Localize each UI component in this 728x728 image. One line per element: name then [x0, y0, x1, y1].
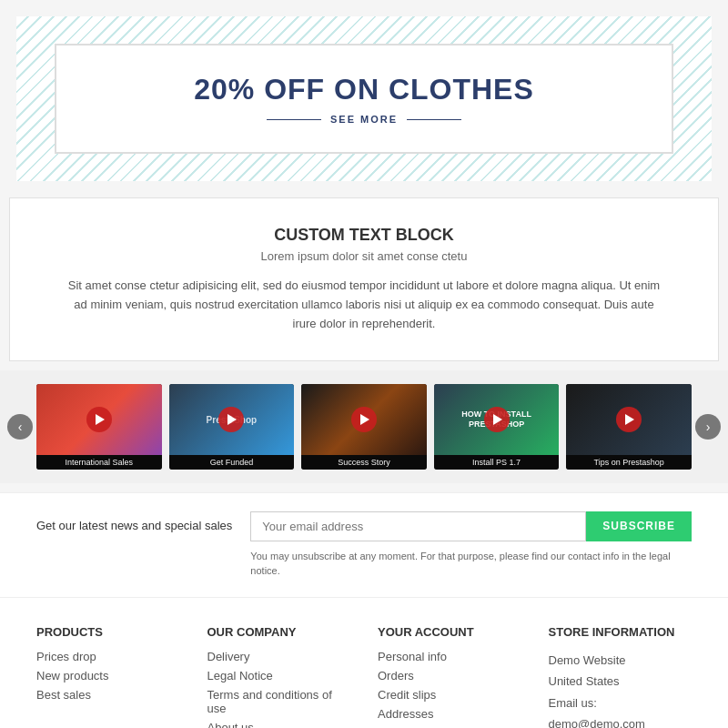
newsletter-email-input[interactable]	[250, 511, 586, 541]
video-card-1[interactable]: International Sales	[36, 384, 162, 469]
footer-link-new-products[interactable]: New products	[36, 669, 108, 682]
footer-link-best-sales[interactable]: Best sales	[36, 688, 91, 702]
list-item: About us	[207, 721, 351, 728]
play-button-3[interactable]	[351, 407, 377, 432]
newsletter-section: Get our latest news and special sales SU…	[0, 492, 728, 598]
footer-link-terms[interactable]: Terms and conditions of use	[207, 688, 332, 715]
footer-link-prices-drop[interactable]: Prices drop	[36, 650, 96, 663]
carousel-next-button[interactable]: ›	[695, 414, 721, 440]
store-info: Demo Website United States Email us: dem…	[549, 650, 693, 728]
play-button-5[interactable]	[616, 407, 642, 432]
carousel-prev-button[interactable]: ‹	[7, 414, 33, 440]
footer-products-heading: PRODUCTS	[36, 625, 180, 639]
video-label-2: Get Funded	[169, 455, 295, 470]
newsletter-label: Get our latest news and special sales	[36, 511, 232, 532]
list-item: Delivery	[207, 650, 351, 663]
video-card-5[interactable]: Tips on Prestashop	[566, 384, 692, 469]
play-button-1[interactable]	[86, 407, 112, 432]
list-item: Prices drop	[36, 650, 180, 663]
footer-company-heading: OUR COMPANY	[207, 625, 351, 639]
video-label-5: Tips on Prestashop	[566, 455, 692, 470]
footer-col-account: YOUR ACCOUNT Personal info Orders Credit…	[378, 625, 521, 728]
store-email: Email us: demo@demo.com	[549, 693, 693, 728]
custom-block-subtitle: Lorem ipsum dolor sit amet conse ctetu	[65, 249, 663, 263]
footer: PRODUCTS Prices drop New products Best s…	[0, 598, 728, 728]
footer-account-heading: YOUR ACCOUNT	[378, 625, 521, 639]
hero-inner: 20% OFF ON CLOTHES SEE MORE	[55, 44, 673, 154]
list-item: Addresses	[378, 707, 521, 721]
footer-account-list: Personal info Orders Credit slips Addres…	[378, 650, 521, 721]
newsletter-input-row: SUBSCRIBE	[250, 511, 692, 541]
list-item: Terms and conditions of use	[207, 688, 351, 715]
video-thumb-1	[36, 384, 162, 454]
video-thumb-2: PrestaShop	[169, 384, 295, 454]
video-thumb-5	[566, 384, 692, 454]
video-thumb-3	[301, 384, 427, 454]
custom-text-block: CUSTOM TEXT BLOCK Lorem ipsum dolor sit …	[9, 197, 719, 361]
footer-col-products: PRODUCTS Prices drop New products Best s…	[36, 625, 180, 728]
video-card-4[interactable]: HOW TO INSTALLPRESTASHOP Install PS 1.7	[434, 384, 560, 469]
newsletter-row: Get our latest news and special sales SU…	[36, 511, 692, 579]
video-card-3[interactable]: Success Story	[301, 384, 427, 469]
video-thumb-4: HOW TO INSTALLPRESTASHOP	[434, 384, 560, 454]
footer-link-delivery[interactable]: Delivery	[207, 650, 250, 663]
custom-block-body: Sit amet conse ctetur adipisicing elit, …	[65, 277, 663, 333]
play-button-4[interactable]	[484, 407, 510, 432]
footer-link-orders[interactable]: Orders	[378, 669, 414, 682]
hero-title: 20% OFF ON CLOTHES	[111, 73, 617, 106]
subscribe-button[interactable]: SUBSCRIBE	[586, 511, 692, 541]
newsletter-right: SUBSCRIBE You may unsubscribe at any mom…	[250, 511, 692, 579]
video-label-4: Install PS 1.7	[434, 455, 560, 470]
footer-link-credit-slips[interactable]: Credit slips	[378, 688, 436, 702]
footer-store-heading: STORE INFORMATION	[549, 625, 693, 639]
footer-link-about[interactable]: About us	[207, 721, 254, 728]
video-label-1: International Sales	[36, 455, 162, 470]
footer-columns: PRODUCTS Prices drop New products Best s…	[36, 625, 692, 728]
list-item: Personal info	[378, 650, 521, 663]
list-item: Legal Notice	[207, 669, 351, 682]
newsletter-disclaimer: You may unsubscribe at any moment. For t…	[250, 549, 692, 579]
store-name: Demo Website	[549, 650, 693, 671]
play-button-2[interactable]	[218, 407, 244, 432]
video-card-2[interactable]: PrestaShop Get Funded	[169, 384, 295, 469]
video-label-3: Success Story	[301, 455, 427, 470]
custom-block-heading: CUSTOM TEXT BLOCK	[65, 226, 663, 245]
list-item: Orders	[378, 669, 521, 682]
footer-link-personal-info[interactable]: Personal info	[378, 650, 447, 663]
list-item: New products	[36, 669, 180, 682]
store-country: United States	[549, 671, 693, 692]
footer-products-list: Prices drop New products Best sales	[36, 650, 180, 702]
hero-see-more-label: SEE MORE	[330, 114, 398, 125]
footer-company-list: Delivery Legal Notice Terms and conditio…	[207, 650, 351, 728]
list-item: Best sales	[36, 688, 180, 702]
footer-link-addresses[interactable]: Addresses	[378, 707, 433, 721]
video-grid: International Sales PrestaShop Get Funde…	[36, 384, 692, 469]
video-section: ‹ International Sales PrestaShop Get Fun…	[0, 370, 728, 482]
footer-col-store: STORE INFORMATION Demo Website United St…	[549, 625, 693, 728]
footer-col-company: OUR COMPANY Delivery Legal Notice Terms …	[207, 625, 351, 728]
list-item: Credit slips	[378, 688, 521, 702]
hero-banner: 20% OFF ON CLOTHES SEE MORE	[9, 9, 719, 188]
hero-see-more[interactable]: SEE MORE	[111, 114, 617, 125]
video-carousel: International Sales PrestaShop Get Funde…	[0, 384, 728, 469]
footer-link-legal[interactable]: Legal Notice	[207, 669, 273, 682]
